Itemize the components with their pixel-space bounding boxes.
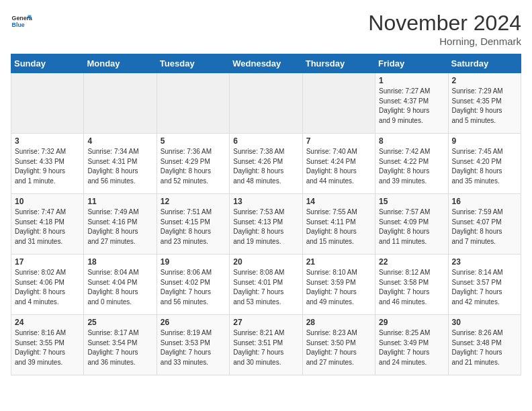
day-info: Sunrise: 7:27 AM Sunset: 4:37 PM Dayligh… xyxy=(379,87,444,126)
day-info: Sunrise: 8:14 AM Sunset: 3:57 PM Dayligh… xyxy=(452,268,517,307)
day-info: Sunrise: 7:40 AM Sunset: 4:24 PM Dayligh… xyxy=(306,147,371,186)
weekday-header: Sunday xyxy=(11,54,84,73)
day-number: 14 xyxy=(306,197,371,206)
calendar-day-cell: 27Sunrise: 8:21 AM Sunset: 3:51 PM Dayli… xyxy=(230,315,302,375)
day-info: Sunrise: 7:55 AM Sunset: 4:11 PM Dayligh… xyxy=(306,208,371,246)
calendar-table: SundayMondayTuesdayWednesdayThursdayFrid… xyxy=(11,54,521,375)
day-info: Sunrise: 7:53 AM Sunset: 4:13 PM Dayligh… xyxy=(233,208,298,246)
day-info: Sunrise: 8:04 AM Sunset: 4:04 PM Dayligh… xyxy=(87,268,152,307)
day-info: Sunrise: 7:49 AM Sunset: 4:16 PM Dayligh… xyxy=(87,208,152,246)
calendar-day-cell xyxy=(302,73,375,134)
day-number: 28 xyxy=(306,318,371,327)
day-number: 8 xyxy=(379,136,444,146)
calendar-day-cell: 18Sunrise: 8:04 AM Sunset: 4:04 PM Dayli… xyxy=(84,255,157,315)
calendar-week-row: 1Sunrise: 7:27 AM Sunset: 4:37 PM Daylig… xyxy=(11,73,521,134)
weekday-header: Tuesday xyxy=(157,54,229,73)
day-number: 16 xyxy=(452,197,517,206)
calendar-day-cell: 8Sunrise: 7:42 AM Sunset: 4:22 PM Daylig… xyxy=(375,134,448,194)
day-number: 2 xyxy=(452,76,517,85)
calendar-day-cell: 15Sunrise: 7:57 AM Sunset: 4:09 PM Dayli… xyxy=(375,194,448,255)
day-number: 4 xyxy=(87,136,152,146)
day-number: 18 xyxy=(87,257,152,267)
day-info: Sunrise: 7:36 AM Sunset: 4:29 PM Dayligh… xyxy=(161,147,226,186)
weekday-header: Saturday xyxy=(448,54,521,73)
calendar-day-cell: 30Sunrise: 8:26 AM Sunset: 3:48 PM Dayli… xyxy=(448,315,521,375)
day-number: 26 xyxy=(161,318,226,327)
day-info: Sunrise: 7:45 AM Sunset: 4:20 PM Dayligh… xyxy=(452,147,517,186)
weekday-header: Thursday xyxy=(302,54,375,73)
calendar-day-cell xyxy=(230,73,302,134)
day-number: 21 xyxy=(306,257,371,267)
day-number: 20 xyxy=(233,257,298,267)
day-info: Sunrise: 7:59 AM Sunset: 4:07 PM Dayligh… xyxy=(452,208,517,246)
day-number: 5 xyxy=(161,136,226,146)
calendar-day-cell: 4Sunrise: 7:34 AM Sunset: 4:31 PM Daylig… xyxy=(84,134,157,194)
calendar-day-cell: 2Sunrise: 7:29 AM Sunset: 4:35 PM Daylig… xyxy=(448,73,521,134)
weekday-row: SundayMondayTuesdayWednesdayThursdayFrid… xyxy=(11,54,521,73)
day-info: Sunrise: 7:38 AM Sunset: 4:26 PM Dayligh… xyxy=(233,147,298,186)
day-info: Sunrise: 8:16 AM Sunset: 3:55 PM Dayligh… xyxy=(15,328,80,367)
weekday-header: Monday xyxy=(84,54,157,73)
logo: General Blue xyxy=(11,11,32,32)
page-header: General Blue November 2024 Horning, Denm… xyxy=(11,11,521,47)
logo-icon: General Blue xyxy=(11,11,32,32)
calendar-day-cell: 17Sunrise: 8:02 AM Sunset: 4:06 PM Dayli… xyxy=(11,255,84,315)
calendar-day-cell: 25Sunrise: 8:17 AM Sunset: 3:54 PM Dayli… xyxy=(84,315,157,375)
day-info: Sunrise: 8:12 AM Sunset: 3:58 PM Dayligh… xyxy=(379,268,444,307)
calendar-day-cell: 9Sunrise: 7:45 AM Sunset: 4:20 PM Daylig… xyxy=(448,134,521,194)
day-number: 3 xyxy=(15,136,80,146)
day-number: 10 xyxy=(15,197,80,206)
day-number: 7 xyxy=(306,136,371,146)
day-info: Sunrise: 8:10 AM Sunset: 3:59 PM Dayligh… xyxy=(306,268,371,307)
day-info: Sunrise: 8:06 AM Sunset: 4:02 PM Dayligh… xyxy=(161,268,226,307)
location: Horning, Denmark xyxy=(368,36,521,47)
weekday-header: Friday xyxy=(375,54,448,73)
day-number: 24 xyxy=(15,318,80,327)
day-info: Sunrise: 7:42 AM Sunset: 4:22 PM Dayligh… xyxy=(379,147,444,186)
day-number: 30 xyxy=(452,318,517,327)
svg-text:Blue: Blue xyxy=(12,21,25,28)
calendar-day-cell: 28Sunrise: 8:23 AM Sunset: 3:50 PM Dayli… xyxy=(302,315,375,375)
calendar-day-cell: 12Sunrise: 7:51 AM Sunset: 4:15 PM Dayli… xyxy=(157,194,229,255)
calendar-day-cell xyxy=(84,73,157,134)
day-number: 27 xyxy=(233,318,298,327)
calendar-week-row: 3Sunrise: 7:32 AM Sunset: 4:33 PM Daylig… xyxy=(11,134,521,194)
calendar-day-cell: 21Sunrise: 8:10 AM Sunset: 3:59 PM Dayli… xyxy=(302,255,375,315)
day-number: 22 xyxy=(379,257,444,267)
day-info: Sunrise: 8:21 AM Sunset: 3:51 PM Dayligh… xyxy=(233,328,298,367)
day-number: 17 xyxy=(15,257,80,267)
calendar-day-cell: 3Sunrise: 7:32 AM Sunset: 4:33 PM Daylig… xyxy=(11,134,84,194)
month-title: November 2024 xyxy=(368,11,521,36)
calendar-day-cell: 6Sunrise: 7:38 AM Sunset: 4:26 PM Daylig… xyxy=(230,134,302,194)
day-number: 15 xyxy=(379,197,444,206)
day-info: Sunrise: 7:29 AM Sunset: 4:35 PM Dayligh… xyxy=(452,87,517,126)
day-info: Sunrise: 8:26 AM Sunset: 3:48 PM Dayligh… xyxy=(452,328,517,367)
day-number: 13 xyxy=(233,197,298,206)
day-info: Sunrise: 8:08 AM Sunset: 4:01 PM Dayligh… xyxy=(233,268,298,307)
calendar-body: 1Sunrise: 7:27 AM Sunset: 4:37 PM Daylig… xyxy=(11,73,521,375)
calendar-day-cell: 11Sunrise: 7:49 AM Sunset: 4:16 PM Dayli… xyxy=(84,194,157,255)
calendar-day-cell: 23Sunrise: 8:14 AM Sunset: 3:57 PM Dayli… xyxy=(448,255,521,315)
calendar-week-row: 10Sunrise: 7:47 AM Sunset: 4:18 PM Dayli… xyxy=(11,194,521,255)
calendar-day-cell: 10Sunrise: 7:47 AM Sunset: 4:18 PM Dayli… xyxy=(11,194,84,255)
calendar-day-cell: 5Sunrise: 7:36 AM Sunset: 4:29 PM Daylig… xyxy=(157,134,229,194)
day-info: Sunrise: 7:32 AM Sunset: 4:33 PM Dayligh… xyxy=(15,147,80,186)
calendar-day-cell: 20Sunrise: 8:08 AM Sunset: 4:01 PM Dayli… xyxy=(230,255,302,315)
day-info: Sunrise: 8:02 AM Sunset: 4:06 PM Dayligh… xyxy=(15,268,80,307)
calendar-header: SundayMondayTuesdayWednesdayThursdayFrid… xyxy=(11,54,521,73)
calendar-day-cell: 24Sunrise: 8:16 AM Sunset: 3:55 PM Dayli… xyxy=(11,315,84,375)
weekday-header: Wednesday xyxy=(230,54,302,73)
calendar-week-row: 17Sunrise: 8:02 AM Sunset: 4:06 PM Dayli… xyxy=(11,255,521,315)
day-info: Sunrise: 7:34 AM Sunset: 4:31 PM Dayligh… xyxy=(87,147,152,186)
day-number: 25 xyxy=(87,318,152,327)
day-number: 1 xyxy=(379,76,444,85)
calendar-day-cell: 26Sunrise: 8:19 AM Sunset: 3:53 PM Dayli… xyxy=(157,315,229,375)
day-number: 11 xyxy=(87,197,152,206)
calendar-day-cell: 19Sunrise: 8:06 AM Sunset: 4:02 PM Dayli… xyxy=(157,255,229,315)
calendar-week-row: 24Sunrise: 8:16 AM Sunset: 3:55 PM Dayli… xyxy=(11,315,521,375)
day-number: 6 xyxy=(233,136,298,146)
day-info: Sunrise: 8:19 AM Sunset: 3:53 PM Dayligh… xyxy=(161,328,226,367)
day-number: 19 xyxy=(161,257,226,267)
day-info: Sunrise: 8:25 AM Sunset: 3:49 PM Dayligh… xyxy=(379,328,444,367)
calendar-day-cell: 16Sunrise: 7:59 AM Sunset: 4:07 PM Dayli… xyxy=(448,194,521,255)
